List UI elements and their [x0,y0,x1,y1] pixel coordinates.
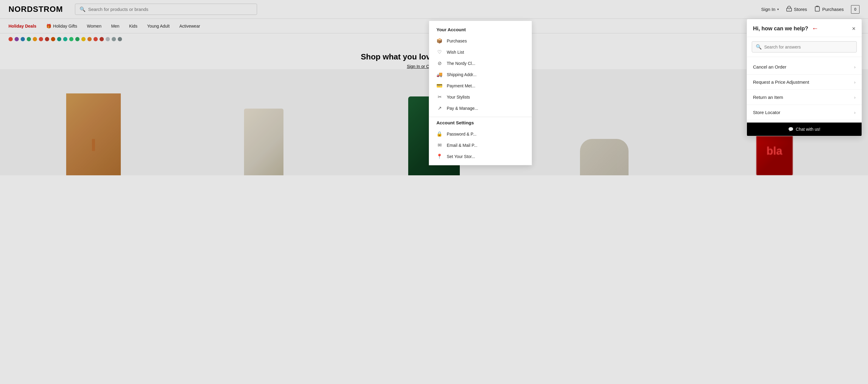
store-icon: 📍 [436,154,442,159]
password-label: Password & P... [447,132,476,136]
dropdown-item-email[interactable]: ✉ Email & Mail P... [429,139,532,151]
dropdown-item-pay[interactable]: ↗ Pay & Manage... [429,102,532,114]
payment-label: Payment Met... [447,84,475,88]
store-label: Set Your Stor... [447,154,475,159]
red-arrow-icon: ← [812,25,818,32]
help-item-price-adjustment[interactable]: Request a Price Adjustment › [747,75,862,90]
help-search-icon: 🔍 [756,44,762,50]
shipping-icon: 🚚 [436,72,442,77]
help-item-price-label: Request a Price Adjustment [753,79,809,85]
chevron-right-icon-3: › [854,110,856,115]
dropdown-divider [429,117,532,117]
help-item-cancel-order[interactable]: Cancel an Order › [747,59,862,75]
nordy-club-label: The Nordy Cl... [447,61,475,66]
help-item-store-locator[interactable]: Store Locator › [747,105,862,120]
dropdown-item-shipping[interactable]: 🚚 Shipping Addr... [429,69,532,80]
pay-icon: ↗ [436,105,442,111]
chat-label: Chat with us! [796,127,820,132]
pay-label: Pay & Manage... [447,106,478,111]
dropdown-item-wishlist[interactable]: ♡ Wish List [429,46,532,58]
help-search-area: 🔍 [747,37,862,57]
stylists-label: Your Stylists [447,95,470,99]
help-panel-title: Hi, how can we help? ← [753,25,818,32]
help-item-return[interactable]: Return an Item › [747,90,862,105]
help-search-input[interactable] [764,44,853,50]
nordy-club-icon: ⊘ [436,60,442,66]
purchases-dropdown-icon: 📦 [436,38,442,44]
your-account-title: Your Account [429,27,532,35]
help-close-button[interactable]: × [852,25,856,32]
help-items-list: Cancel an Order › Request a Price Adjust… [747,57,862,123]
payment-icon: 💳 [436,83,442,89]
chevron-right-icon-0: › [854,65,856,69]
help-item-store-label: Store Locator [753,110,780,115]
chevron-right-icon-2: › [854,95,856,100]
dropdown-item-purchases[interactable]: 📦 Purchases [429,35,532,46]
dropdown-item-password[interactable]: 🔒 Password & P... [429,128,532,139]
dropdown-item-store[interactable]: 📍 Set Your Stor... [429,151,532,162]
wishlist-label: Wish List [447,50,464,55]
password-icon: 🔒 [436,131,442,137]
help-panel: Hi, how can we help? ← × 🔍 Cancel an Ord… [747,19,862,136]
account-settings-title: Account Settings [429,120,532,128]
help-item-cancel-label: Cancel an Order [753,64,786,69]
email-label: Email & Mail P... [447,143,477,148]
shipping-label: Shipping Addr... [447,72,476,77]
help-title-text: Hi, how can we help? [753,26,808,32]
account-dropdown: Your Account 📦 Purchases ♡ Wish List ⊘ T… [429,21,532,165]
chat-icon: 💬 [788,127,793,132]
email-icon: ✉ [436,142,442,148]
stylists-icon: ✂ [436,94,442,100]
help-item-return-label: Return an Item [753,95,783,100]
wishlist-icon: ♡ [436,49,442,55]
help-panel-header: Hi, how can we help? ← × [747,19,862,37]
dropdown-item-nordy-club[interactable]: ⊘ The Nordy Cl... [429,58,532,69]
help-search-box[interactable]: 🔍 [752,41,857,53]
chevron-right-icon-1: › [854,80,856,85]
dropdown-item-stylists[interactable]: ✂ Your Stylists [429,91,532,102]
purchases-dropdown-label: Purchases [447,38,467,43]
chat-button[interactable]: 💬 Chat with us! [747,123,862,136]
dropdown-item-payment[interactable]: 💳 Payment Met... [429,80,532,91]
